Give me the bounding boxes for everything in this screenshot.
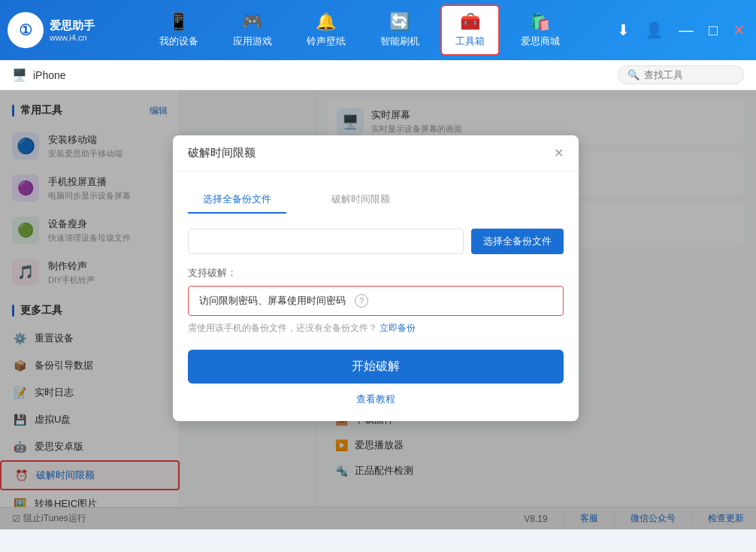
header: ① 爱思助手 www.i4.cn 📱 我的设备 🎮 应用游戏 🔔 铃声壁纸 🔄 … [0, 0, 756, 60]
nav-my-device[interactable]: 📱 我的设备 [146, 6, 212, 54]
app-games-label: 应用游戏 [233, 35, 272, 48]
smart-flash-icon: 🔄 [389, 12, 410, 32]
device-bar: 🖥️ iPhone 🔍 [0, 60, 756, 90]
tab-select-backup[interactable]: 选择全备份文件 [188, 187, 286, 214]
search-tool[interactable]: 🔍 [618, 65, 744, 84]
download-btn[interactable]: ⬇ [614, 18, 633, 42]
start-crack-button[interactable]: 开始破解 [188, 350, 564, 384]
modal-tabs: 选择全备份文件 破解时间限额 [188, 187, 564, 214]
toolbox-label: 工具箱 [455, 35, 485, 48]
ringtone-label: 铃声壁纸 [307, 35, 346, 48]
file-select-row: 选择全备份文件 [188, 229, 564, 254]
crack-time-modal: 破解时间限额 ✕ 选择全备份文件 破解时间限额 选择全备份文件 支持破解： 访问… [173, 135, 579, 421]
app-url: www.i4.cn [50, 33, 95, 42]
nav-toolbox[interactable]: 🧰 工具箱 [440, 5, 500, 56]
nav-smart-flash[interactable]: 🔄 智能刷机 [367, 6, 433, 54]
logo-char: ① [19, 21, 32, 39]
minimize-btn[interactable]: — [676, 19, 697, 42]
password-hint-box: 访问限制密码、屏幕使用时间密码 ? [188, 286, 564, 316]
modal-body: 选择全备份文件 破解时间限额 选择全备份文件 支持破解： 访问限制密码、屏幕使用… [173, 171, 579, 421]
header-right: ⬇ 👤 — □ ✕ [614, 18, 748, 42]
logo-area: ① 爱思助手 www.i4.cn [8, 12, 105, 48]
nav-bar: 📱 我的设备 🎮 应用游戏 🔔 铃声壁纸 🔄 智能刷机 🧰 工具箱 🛍️ 爱思商… [105, 5, 614, 56]
password-hint-text: 访问限制密码、屏幕使用时间密码 [199, 294, 346, 308]
backup-now-link[interactable]: 立即备份 [380, 323, 416, 333]
tutorial-link[interactable]: 查看教程 [188, 393, 564, 406]
app-name: 爱思助手 [50, 19, 95, 33]
store-icon: 🛍️ [530, 12, 550, 32]
nav-ringtone[interactable]: 🔔 铃声壁纸 [293, 6, 359, 54]
my-device-icon: 📱 [168, 12, 189, 32]
app-games-icon: 🎮 [242, 12, 262, 32]
ringtone-icon: 🔔 [316, 12, 336, 32]
tab-crack[interactable]: 破解时间限额 [316, 187, 405, 214]
backup-hint: 需使用该手机的备份文件，还没有全备份文件？ 立即备份 [188, 322, 564, 335]
user-btn[interactable]: 👤 [642, 18, 667, 42]
file-path-input[interactable] [188, 229, 464, 254]
my-device-label: 我的设备 [159, 35, 198, 48]
nav-store[interactable]: 🛍️ 爱思商城 [507, 6, 573, 54]
close-btn[interactable]: ✕ [730, 18, 748, 42]
device-name: iPhone [33, 69, 66, 81]
main-area: 常用工具 编辑 🔵 安装移动端 安装爱思助手移动端 🟣 手机投屏直播 电脑同步显… [0, 90, 756, 529]
maximize-btn[interactable]: □ [706, 19, 721, 42]
logo-text: 爱思助手 www.i4.cn [50, 19, 95, 42]
select-file-button[interactable]: 选择全备份文件 [471, 229, 564, 254]
modal-close-btn[interactable]: ✕ [554, 146, 564, 160]
device-icon: 🖥️ [12, 68, 27, 82]
support-label: 支持破解： [188, 266, 564, 280]
search-icon: 🔍 [627, 69, 640, 80]
help-icon[interactable]: ? [355, 294, 368, 308]
modal-title: 破解时间限额 [188, 146, 256, 160]
logo-icon: ① [8, 12, 44, 48]
toolbox-icon: 🧰 [460, 12, 480, 32]
store-label: 爱思商城 [521, 35, 560, 48]
modal-overlay: 破解时间限额 ✕ 选择全备份文件 破解时间限额 选择全备份文件 支持破解： 访问… [0, 90, 756, 529]
nav-app-games[interactable]: 🎮 应用游戏 [219, 6, 286, 54]
modal-header: 破解时间限额 ✕ [173, 135, 579, 171]
smart-flash-label: 智能刷机 [380, 35, 419, 48]
search-input[interactable] [644, 69, 734, 80]
